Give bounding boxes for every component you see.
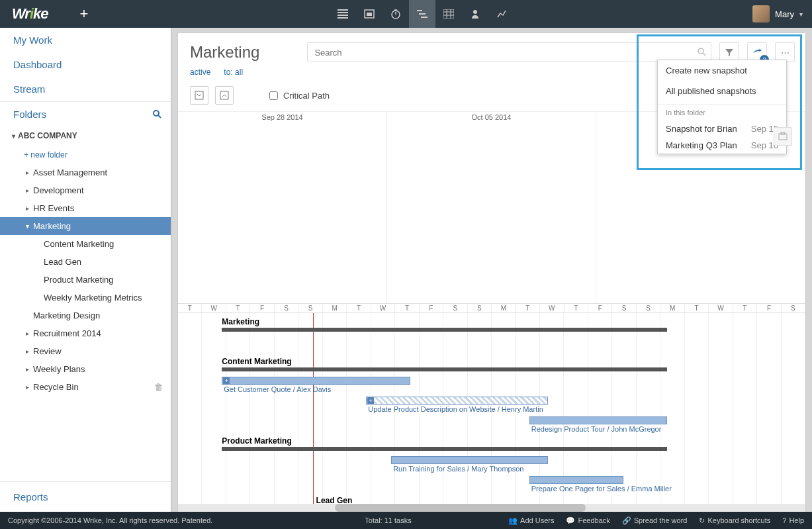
svg-rect-6 [443, 9, 454, 19]
folder-item[interactable]: ▸Recycle Bin🗑 [0, 378, 171, 396]
shortcuts-link[interactable]: ↻ Keyboard shortcuts [699, 516, 770, 525]
gantt-chart: Sep 28 2014Oct 05 2014Oct 12 2014 TWTFSS… [178, 112, 805, 512]
day-header: T [685, 304, 709, 313]
collapse-all-icon[interactable] [215, 86, 234, 105]
group-label: Content Marketing [222, 357, 291, 366]
day-header: F [588, 304, 612, 313]
day-header: W [540, 304, 564, 313]
workload-view-icon[interactable] [462, 0, 488, 28]
svg-rect-10 [195, 91, 203, 99]
filter-active[interactable]: active [190, 68, 210, 77]
expand-all-icon[interactable] [190, 86, 208, 105]
week-header: Oct 05 2014 [387, 112, 596, 303]
spread-word-link[interactable]: 🔗 Spread the word [622, 516, 688, 525]
timer-icon[interactable] [383, 0, 409, 28]
folder-item[interactable]: ▸Weekly Plans [0, 360, 171, 378]
folder-item[interactable]: Weekly Marketing Metrics [0, 289, 171, 307]
day-header: S [637, 304, 660, 313]
copyright: Copyright ©2006-2014 Wrike, Inc. All rig… [8, 516, 212, 524]
folder-item[interactable]: Lead Gen [0, 253, 171, 271]
critical-path-toggle[interactable]: Critical Path [267, 89, 330, 102]
snapshot-item[interactable]: Marketing Q3 PlanSep 16 [658, 137, 786, 154]
page-title: Marketing [190, 43, 259, 62]
avatar [752, 5, 770, 23]
folder-item[interactable]: Product Marketing [0, 271, 171, 289]
snapshot-icon[interactable] [774, 127, 792, 146]
day-header: W [202, 304, 226, 313]
svg-point-9 [698, 48, 703, 54]
nav-my-work[interactable]: My Work [0, 28, 171, 52]
day-header: F [250, 304, 274, 313]
search-input[interactable] [307, 42, 711, 62]
day-header: S [612, 304, 636, 313]
table-view-icon[interactable] [435, 0, 462, 28]
task-bar[interactable]: + [366, 397, 548, 405]
snapshot-item[interactable]: Snapshot for BrianSep 15 [658, 120, 786, 137]
day-header: M [323, 304, 347, 313]
nav-stream[interactable]: Stream [0, 77, 171, 101]
gantt-view-icon[interactable] [409, 0, 435, 28]
task-label: Update Product Description on Website / … [368, 405, 543, 413]
folder-item[interactable]: ▸Development [0, 181, 171, 199]
day-header: T [564, 304, 588, 313]
all-snapshots[interactable]: All published snapshots [658, 81, 786, 101]
horizontal-scrollbar[interactable] [178, 504, 805, 512]
analytics-view-icon[interactable] [488, 0, 515, 28]
today-line [313, 313, 314, 505]
search-icon[interactable] [697, 47, 706, 56]
day-header: F [420, 304, 443, 313]
new-folder[interactable]: + new folder [0, 146, 171, 164]
list-view-icon[interactable] [330, 0, 356, 28]
add-users-link[interactable]: 👥 Add Users [508, 516, 554, 525]
folder-item[interactable]: ▸HR Events [0, 199, 171, 217]
summary-bar[interactable] [222, 328, 667, 332]
summary-bar[interactable] [222, 367, 667, 371]
sidebar: My Work Dashboard Stream Folders ▾ABC CO… [0, 28, 171, 512]
nav-folders[interactable]: Folders [0, 102, 171, 126]
nav-reports[interactable]: Reports [0, 481, 171, 512]
group-label: Product Marketing [222, 436, 291, 446]
folder-item[interactable]: ▾Marketing [0, 217, 171, 235]
company-node[interactable]: ▾ABC COMPANY [0, 126, 171, 146]
day-header: W [709, 304, 733, 313]
feedback-link[interactable]: 💬 Feedback [566, 516, 609, 525]
day-header: S [468, 304, 492, 313]
week-header: Sep 28 2014 [178, 112, 387, 303]
create-snapshot[interactable]: Create new snapshot [658, 60, 786, 81]
filter-to[interactable]: to: all [224, 68, 243, 77]
task-bar[interactable] [391, 456, 548, 464]
day-header: T [516, 304, 540, 313]
chevron-down-icon: ▾ [799, 11, 803, 18]
task-label: Redesign Product Tour / John McGregor [531, 425, 662, 433]
nav-dashboard[interactable]: Dashboard [0, 52, 171, 77]
task-bar[interactable]: + [222, 377, 410, 385]
svg-rect-4 [419, 13, 426, 15]
day-header: T [347, 304, 371, 313]
task-label: Get Customer Quote / Alex Davis [224, 385, 331, 393]
folder-item[interactable]: Content Marketing [0, 235, 171, 253]
day-header: M [492, 304, 516, 313]
user-name: Mary [775, 9, 794, 19]
help-link[interactable]: ? Help [782, 516, 804, 525]
folder-item[interactable]: Marketing Design [0, 307, 171, 324]
svg-rect-11 [220, 91, 228, 99]
summary-bar[interactable] [222, 447, 667, 451]
search-icon[interactable] [152, 109, 161, 119]
task-bar[interactable] [529, 476, 623, 484]
footer: Copyright ©2006-2014 Wrike, Inc. All rig… [0, 512, 812, 529]
day-header: S [275, 304, 298, 313]
svg-rect-3 [417, 10, 422, 11]
add-button[interactable]: + [76, 6, 92, 22]
day-header: T [395, 304, 419, 313]
folder-item[interactable]: ▸Recruitment 2014 [0, 324, 171, 342]
folder-item[interactable]: ▸Review [0, 342, 171, 360]
task-bar[interactable] [529, 416, 668, 424]
folder-item[interactable]: ▸Asset Management [0, 164, 171, 181]
day-header: W [371, 304, 395, 313]
inbox-view-icon[interactable] [356, 0, 383, 28]
day-header: S [443, 304, 467, 313]
user-menu[interactable]: Mary ▾ [752, 5, 812, 23]
day-header: F [757, 304, 781, 313]
day-header: S [298, 304, 322, 313]
share-dropdown: Create new snapshot All published snapsh… [657, 60, 787, 154]
